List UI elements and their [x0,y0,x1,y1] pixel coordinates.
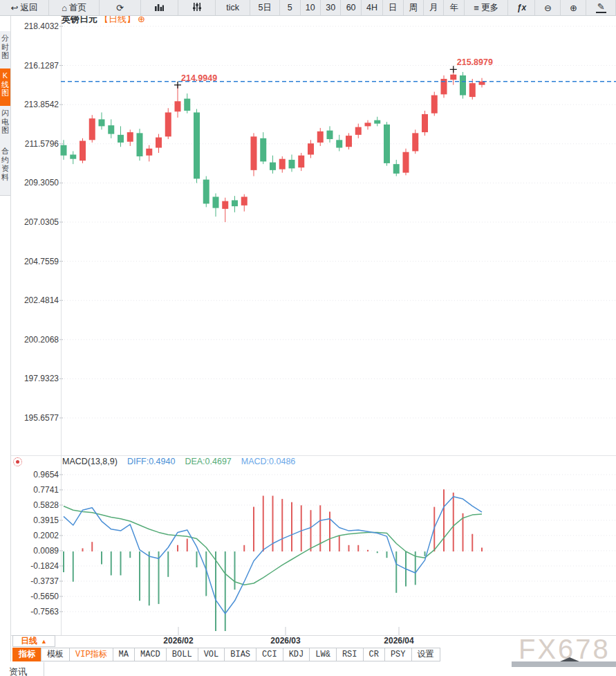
toolbar-button-label: 周 [409,2,418,14]
price-annotation: 215.8979 [457,57,493,67]
y-axis-label: 0.9654 [18,470,59,479]
price-annotation: 214.9949 [181,73,217,83]
toolbar-button-年[interactable]: 年 [444,0,464,15]
y-axis-label: 218.4032 [18,21,59,31]
toolbar-button-5日[interactable]: 5日 [250,0,280,15]
toolbar-button-label: 首页 [69,2,86,14]
top-toolbar: ↩返回⌂首页⟳tick5日51030604H日周月年≡更多ƒx⊖⊕✎ [0,0,616,16]
news-nav-label: 资讯 [9,666,27,676]
toolbar-button-更多[interactable]: ≡更多 [465,0,509,15]
sidebar-item-闪电图[interactable]: 闪 电 图 [0,106,10,146]
tab-模板[interactable]: 模板 [41,648,70,661]
zoom-in-icon: ⊕ [570,3,577,12]
y-axis-label: 209.3050 [18,178,59,188]
toolbar-button-label: 30 [326,3,335,12]
tab-KDJ[interactable]: KDJ [283,648,310,661]
news-nav-item[interactable]: 资讯 [0,662,44,676]
y-axis-label: 0.2002 [18,531,59,540]
toolbar-button-label: 10 [306,3,315,12]
y-axis-label: 0.3915 [18,515,59,525]
toolbar-button-label: 5日 [258,2,271,14]
toolbar-button-30[interactable]: 30 [321,0,341,15]
toolbar-button-tick[interactable]: tick [216,0,250,15]
y-axis-label: -0.5650 [18,592,59,601]
toolbar-button-60[interactable]: 60 [341,0,361,15]
macd-macd-value: MACD:0.0486 [241,457,296,466]
y-axis-label: 200.2068 [18,335,59,345]
sliders-icon [193,3,201,12]
macd-header: MACD(13,8,9) DIFF:0.4940 DEA:0.4697 MACD… [62,457,295,466]
scroll-arrow-icon[interactable] [560,657,579,661]
tab-CR[interactable]: CR [363,648,385,661]
y-axis-label: 0.5828 [18,500,59,510]
toolbar-button-label: 更多 [481,2,498,14]
toolbar-button-label: tick [226,3,239,12]
toolbar-button-fx-icon[interactable]: ƒx [508,0,535,15]
bar-chart-icon [155,3,164,12]
toolbar-button-首页[interactable]: ⌂首页 [49,0,100,15]
tab-RSI[interactable]: RSI [336,648,364,661]
y-axis-label: -0.7563 [18,607,59,616]
sidebar-item-分时图[interactable]: 分 时 图 [0,31,10,71]
toolbar-button-4H[interactable]: 4H [362,0,383,15]
y-axis-label: -0.3737 [18,576,59,586]
y-axis-label: 0.0089 [18,546,59,556]
chevron-up-icon: ▲ [41,638,47,645]
tab-PSY[interactable]: PSY [384,648,412,661]
macd-diff-value: DIFF:0.4940 [127,457,175,466]
tab-MA[interactable]: MA [113,648,135,661]
tab-设置[interactable]: 设置 [411,648,440,661]
x-axis-date-label: 2026/04 [384,636,413,646]
toolbar-button-5[interactable]: 5 [280,0,300,15]
refresh-icon: ⟳ [116,3,124,12]
y-axis-label: 207.0305 [18,217,59,227]
sidebar-item-K线图[interactable]: K 线 图 [0,68,10,109]
macd-target-icon[interactable] [13,457,22,466]
y-axis-label: 197.9323 [18,374,59,383]
chart-canvas[interactable] [0,0,616,676]
sidebar-item-合约资料[interactable]: 合 约 资 料 [0,144,10,196]
menu-icon: ≡ [474,3,479,12]
toolbar-button-日[interactable]: 日 [383,0,403,15]
toolbar-button-月[interactable]: 月 [424,0,444,15]
tab-指标[interactable]: 指标 [12,648,41,661]
y-axis-label: 216.1287 [18,61,59,71]
x-axis-date-label: 2026/03 [270,636,300,646]
toolbar-button-label: 返回 [21,2,38,14]
y-axis-label: 211.5796 [18,139,59,149]
toolbar-button-draw-icon[interactable]: ✎ [586,0,616,15]
tab-LW&[interactable]: LW& [309,648,337,661]
home-icon: ⌂ [62,3,67,12]
zoom-out-icon: ⊖ [544,3,552,12]
period-selector[interactable]: 日线 ▲ [12,635,55,647]
y-axis-label: 202.4814 [18,295,59,305]
tab-VIP指标[interactable]: VIP指标 [69,648,113,661]
toolbar-button-label: 日 [389,2,398,14]
tab-CCI[interactable]: CCI [256,648,283,661]
macd-dea-value: DEA:0.4697 [185,457,231,466]
tab-BIAS[interactable]: BIAS [224,648,256,661]
macd-params-label: MACD(13,8,9) [62,457,118,466]
toolbar-button-label: 月 [429,2,438,14]
toolbar-button-sliders-icon[interactable] [178,0,216,15]
toolbar-button-zoom-in-icon[interactable]: ⊕ [561,0,586,15]
tab-VOL[interactable]: VOL [198,648,225,661]
y-axis-label: 0.7741 [18,485,59,495]
left-sidebar: 分 时 图K 线 图闪 电 图合 约 资 料 [0,15,11,661]
period-selector-label: 日线 [21,635,37,647]
back-icon: ↩ [11,3,19,12]
toolbar-button-周[interactable]: 周 [404,0,424,15]
y-axis-label: 213.8542 [18,100,59,109]
y-axis-label: -0.1824 [18,561,59,571]
toolbar-button-10[interactable]: 10 [301,0,321,15]
tab-MACD[interactable]: MACD [134,648,167,661]
horizontal-scrollbar[interactable] [512,661,616,667]
toolbar-button-bar-chart-icon[interactable] [141,0,178,15]
toolbar-button-返回[interactable]: ↩返回 [0,0,49,15]
draw-icon: ✎ [596,2,606,13]
toolbar-button-zoom-out-icon[interactable]: ⊖ [535,0,561,15]
toolbar-button-refresh-icon[interactable]: ⟳ [100,0,141,15]
toolbar-button-label: 5 [288,3,292,12]
x-axis-date-label: 2026/02 [163,636,193,646]
tab-BOLL[interactable]: BOLL [166,648,198,661]
